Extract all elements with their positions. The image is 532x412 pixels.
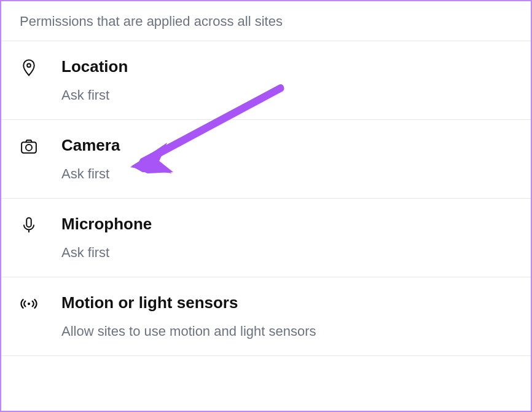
- permission-content: Location Ask first: [43, 57, 512, 103]
- permission-item-location[interactable]: Location Ask first: [1, 41, 531, 120]
- permission-subtitle: Ask first: [61, 245, 512, 261]
- permission-subtitle: Allow sites to use motion and light sens…: [61, 323, 512, 339]
- permission-subtitle: Ask first: [61, 166, 512, 182]
- microphone-icon: [20, 215, 43, 234]
- permission-title: Location: [61, 57, 512, 76]
- permission-title: Camera: [61, 136, 512, 155]
- svg-rect-1: [22, 142, 36, 153]
- permission-item-microphone[interactable]: Microphone Ask first: [1, 199, 531, 277]
- header-text: Permissions that are applied across all …: [20, 14, 283, 29]
- permission-title: Microphone: [61, 215, 512, 234]
- permission-item-motion-sensors[interactable]: Motion or light sensors Allow sites to u…: [1, 277, 531, 356]
- svg-point-4: [28, 303, 30, 305]
- permissions-panel: Permissions that are applied across all …: [0, 0, 532, 412]
- permission-subtitle: Ask first: [61, 87, 512, 103]
- location-icon: [20, 57, 43, 77]
- section-header: Permissions that are applied across all …: [1, 1, 531, 41]
- svg-rect-3: [26, 218, 31, 227]
- permission-content: Camera Ask first: [43, 136, 512, 182]
- sensors-icon: [20, 293, 43, 313]
- permission-content: Motion or light sensors Allow sites to u…: [43, 293, 512, 339]
- permission-content: Microphone Ask first: [43, 215, 512, 261]
- camera-icon: [20, 136, 43, 156]
- permission-item-camera[interactable]: Camera Ask first: [1, 120, 531, 199]
- svg-point-2: [26, 145, 32, 151]
- svg-point-0: [27, 63, 31, 67]
- permission-title: Motion or light sensors: [61, 293, 512, 312]
